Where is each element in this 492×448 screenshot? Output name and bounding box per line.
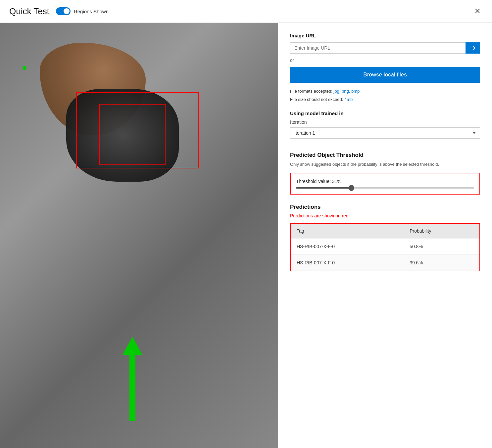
main-content: Image URL or Browse local files File for…	[0, 23, 492, 448]
probability-column-header: Probability	[404, 224, 479, 239]
or-divider: or	[290, 58, 480, 63]
image-url-label: Image URL	[290, 33, 480, 38]
tag-cell: HS-RIB-007-X-F-0	[291, 255, 404, 271]
sidebar: Image URL or Browse local files File for…	[278, 23, 492, 448]
browse-local-files-button[interactable]: Browse local files	[290, 67, 480, 83]
image-panel	[0, 23, 278, 448]
tag-cell: HS-RIB-007-X-F-0	[291, 239, 404, 255]
file-formats-types[interactable]: jpg, png, bmp	[334, 89, 360, 94]
threshold-box: Threshold Value: 31%	[290, 173, 480, 195]
inner-detection-box	[99, 104, 166, 165]
toggle-container: Regions Shown	[56, 7, 109, 15]
url-submit-button[interactable]	[466, 42, 480, 54]
arrow-head	[123, 337, 142, 355]
file-formats-info: File formats accepted: jpg, png, bmp	[290, 88, 480, 95]
predictions-section: Predictions Predictions are shown in red…	[290, 204, 480, 271]
predictions-title: Predictions	[290, 204, 480, 210]
tag-column-header: Tag	[291, 224, 404, 239]
threshold-desc: Only show suggested objects if the proba…	[290, 161, 480, 168]
green-dot-indicator	[23, 66, 26, 70]
table-row: HS-RIB-007-X-F-039.6%	[291, 255, 479, 271]
threshold-slider-fill	[296, 187, 351, 189]
predictions-table: Tag Probability HS-RIB-007-X-F-050.8%HS-…	[291, 224, 479, 271]
predictions-desc-prefix: Predictions are shown in	[290, 213, 342, 218]
threshold-slider-thumb[interactable]	[348, 185, 354, 191]
arrow-shaft	[129, 355, 135, 421]
close-button[interactable]: ✕	[472, 6, 483, 17]
table-header-row: Tag Probability	[291, 224, 479, 239]
page-title: Quick Test	[9, 6, 49, 17]
threshold-section: Predicted Object Threshold Only show sug…	[290, 152, 480, 195]
file-size-limit[interactable]: 4mb	[344, 97, 353, 102]
predictions-desc: Predictions are shown in red	[290, 213, 480, 218]
threshold-slider-track	[296, 187, 474, 189]
predictions-box: Tag Probability HS-RIB-007-X-F-050.8%HS-…	[290, 223, 480, 271]
file-formats-prefix: File formats accepted:	[290, 89, 334, 94]
file-size-info: File size should not exceed: 4mb	[290, 96, 480, 103]
iteration-select[interactable]: Iteration 1	[290, 127, 480, 139]
toggle-label: Regions Shown	[74, 9, 109, 14]
threshold-value-label: Threshold Value: 31%	[296, 179, 474, 184]
arrow-right-icon	[470, 45, 476, 51]
header: Quick Test Regions Shown ✕	[0, 0, 492, 23]
iteration-label: Iteration	[290, 119, 480, 125]
threshold-title: Predicted Object Threshold	[290, 152, 480, 158]
probability-cell: 39.6%	[404, 255, 479, 271]
predictions-color-word: red	[342, 213, 348, 218]
image-background	[0, 23, 278, 448]
probability-cell: 50.8%	[404, 239, 479, 255]
file-size-prefix: File size should not exceed:	[290, 97, 344, 102]
green-arrow	[123, 337, 142, 421]
url-input-row	[290, 42, 480, 54]
regions-shown-toggle[interactable]	[56, 7, 71, 15]
image-url-input[interactable]	[290, 42, 466, 54]
table-row: HS-RIB-007-X-F-050.8%	[291, 239, 479, 255]
using-model-label: Using model trained in	[290, 111, 480, 116]
